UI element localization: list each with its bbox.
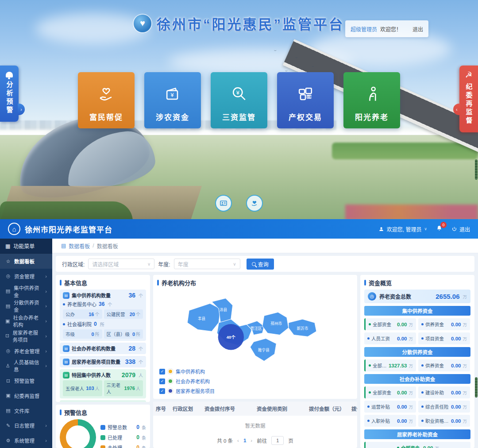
power-icon (451, 226, 457, 232)
bullet-icon (369, 364, 371, 367)
user-menu[interactable]: 欢迎您, 管理员 ∨ (378, 225, 427, 233)
sidebar-item-decentralized-funds[interactable]: ▤ 分散供养资金 › (0, 299, 52, 314)
card-chanquan-jiaoyi[interactable]: 交易 产权交易 (277, 72, 334, 128)
sidebar-item-pension-management[interactable]: ◎ 养老金管理 › (0, 344, 52, 359)
year-select[interactable]: 年度 ∨ (174, 259, 240, 269)
map-legend-homecare[interactable]: ✓ 居家养老服务项目 (159, 387, 215, 394)
current-page-button[interactable]: 1 (243, 438, 246, 443)
chip-unit: 所 (136, 331, 140, 337)
care-service-button[interactable] (246, 195, 263, 212)
bird-icon: ˇ (312, 66, 314, 71)
pagination: 共 0 条 ‹ 1 › 前往 页 (153, 433, 357, 448)
portal-logout-button[interactable]: 退出 (412, 25, 423, 33)
sidebar-item-home-care-projects[interactable]: ⊡ 居家养老服务项目 › (0, 328, 52, 344)
caret-down-icon: ∨ (233, 262, 236, 266)
title-accent-bar (60, 280, 62, 286)
detail-unit: 所 (100, 321, 104, 328)
alert-icon (100, 425, 105, 430)
scrollbar-thumb[interactable] (475, 159, 478, 180)
detail-value: 36 (99, 301, 104, 307)
region-select[interactable]: 请选择区域 ∨ (88, 259, 154, 269)
star-icon: ☆ (5, 259, 11, 264)
card-unit: 个 (139, 359, 143, 365)
stat-label: 未处理 (108, 444, 122, 448)
user-icon (378, 226, 384, 232)
main-content: ▤ 数据看板 / 数据看板 行政区域: 请选择区域 ∨ 年度: 年度 ∨ 查询 (52, 239, 478, 448)
chevron-right-icon: › (45, 348, 47, 354)
app-root: ˇ ˇ ˇ ˇ ♥ 徐州市“阳光惠民”监管平台 超级管理员 欢迎您！ 退出 分析… (0, 0, 478, 448)
search-button[interactable]: 查询 (247, 259, 274, 270)
year-filter-label: 年度: (158, 260, 170, 268)
bullet-icon (421, 323, 424, 325)
scrollbar-thumb[interactable] (475, 377, 478, 398)
checkbox-checked-icon[interactable]: ✓ (159, 378, 165, 384)
checkbox-checked-icon[interactable]: ✓ (159, 388, 165, 394)
map-legend-private[interactable]: ✓ 社会办养老机构 (159, 378, 215, 385)
breadcrumb-item[interactable]: 数据看板 (69, 242, 90, 250)
building-icon: ▤ (63, 345, 69, 352)
id-card-button[interactable] (215, 195, 232, 212)
menu-header-label: 功能菜单 (13, 242, 35, 250)
bullet-icon (63, 303, 65, 305)
next-page-button[interactable]: › (251, 438, 252, 443)
breadcrumb-item-current: 数据看板 (97, 242, 118, 250)
section-header-private-subsidy: 社会办补助资金 (364, 374, 470, 384)
coin-target-icon: ◎ (368, 292, 376, 301)
card-label: 阳光养老 (355, 111, 389, 122)
fund-cell: 供养资金0.00万 (418, 318, 470, 330)
sidebar-item-system-management[interactable]: ⚙ 系统管理 › (0, 433, 52, 448)
id-card-icon (219, 199, 228, 208)
sidebar-item-discipline-supervision[interactable]: ▣ 纪委再监督 (0, 388, 52, 403)
sidebar-item-file-library[interactable]: ▤ 文件库 (0, 403, 52, 418)
bullet-icon (421, 364, 424, 367)
folder-icon: ▤ (5, 303, 11, 309)
prev-page-button[interactable]: ‹ (237, 438, 239, 443)
sidebar-item-personnel-info[interactable]: ♙ 人员基础信息 › (0, 359, 52, 374)
institution-map-panel: 养老机构分布 (153, 275, 357, 399)
card-sanzi-jianguan[interactable]: ¥ 三资监管 (211, 72, 267, 128)
login-username: 超级管理员 (351, 25, 377, 33)
sidebar-item-log-management[interactable]: ✎ 日志管理 › (0, 418, 52, 433)
fund-cell: 职业资格补贴0.00万 (418, 415, 470, 427)
title-accent-bar (364, 280, 366, 286)
checkbox-checked-icon[interactable]: ✓ (159, 369, 165, 375)
sidebar-item-centralized-funds[interactable]: ▤ 集中供养资金 › (0, 284, 52, 299)
login-welcome-text: 欢迎您！ (380, 25, 401, 33)
dashboard-logout-button[interactable]: 退出 (451, 225, 470, 233)
region-select-placeholder: 请选择区域 (92, 260, 119, 268)
xuzhou-district-map[interactable]: 丰县 沛县 贾汪区 邳州市 新沂市 睢宁县 40个 (158, 290, 353, 380)
chip-value: 103 (86, 386, 94, 391)
alert-icon (100, 445, 105, 448)
bullet-icon (367, 420, 370, 422)
sidebar-item-warning-supervision[interactable]: ⊡ 预警监管 (0, 373, 52, 388)
chip-label: 三无老人 (107, 382, 124, 395)
warning-info-panel: 预警信息 预警总数 0 条 (56, 405, 150, 448)
stat-value: 0 (136, 434, 139, 440)
sidebar-item-fund-management[interactable]: ◎ 资金管理 › (0, 269, 52, 284)
dashboard-title: 徐州市阳光养老监管平台 (25, 224, 112, 235)
sidebar-item-dashboard[interactable]: ☆ 数据看板 (0, 254, 52, 269)
map-bubble-value: 40个 (226, 335, 235, 340)
map-legend-centralized[interactable]: ✓ 集中供养机构 (159, 368, 215, 375)
goto-page-input[interactable] (271, 436, 284, 445)
card-yangguang-yanglao[interactable]: 阳光养老 (343, 72, 400, 128)
folder-icon: ▤ (5, 408, 11, 413)
bird-icon: ˇ (295, 57, 298, 62)
centralized-support-count-card: ▤ 特困集中供养人数 2079 人 五保老人 103 人 (60, 369, 146, 398)
wallet-yuan-icon: ¥ (163, 85, 182, 104)
map-label-xinyi: 新沂市 (297, 326, 308, 331)
portal-title: 徐州市“阳光惠民”监管平台 (157, 13, 344, 33)
card-label: 富民帮促 (89, 111, 123, 122)
bullet-icon (367, 337, 370, 340)
monitor-icon: ⊡ (5, 378, 11, 384)
card-fumin-bangcu[interactable]: 富民帮促 (78, 72, 135, 128)
sidebar-item-private-institutions[interactable]: ▣ 社会办养老机构 › (0, 313, 52, 328)
card-shenong-zijin[interactable]: ¥ 涉农资金 (144, 72, 201, 128)
notifications-button[interactable]: 0 (436, 225, 443, 233)
card-label: 三资监管 (222, 111, 256, 122)
chevron-right-icon: › (45, 438, 47, 443)
chevron-right-icon: › (45, 423, 47, 428)
map-label-pizhou: 邳州市 (270, 321, 282, 326)
sidebar-item-label: 文件库 (14, 407, 30, 414)
total-fund-value: 2655.06 (436, 293, 459, 300)
